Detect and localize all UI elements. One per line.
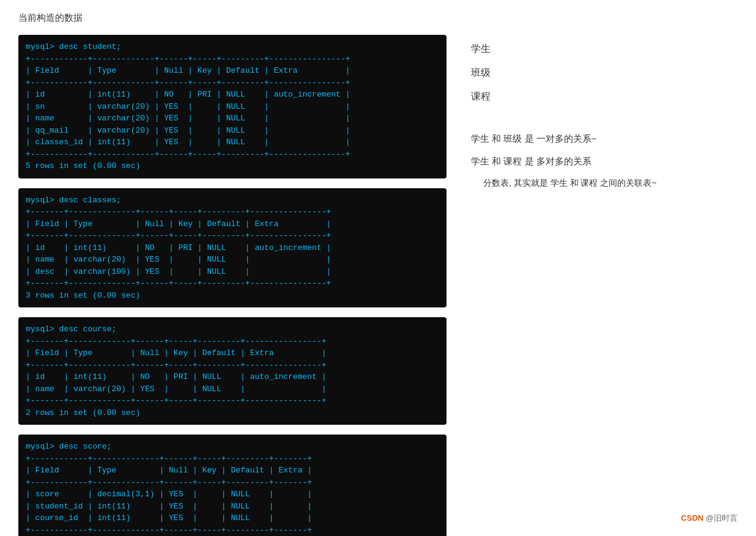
- right-column: 学生 班级 课程 学生 和 班级 是 一对多的关系~ 学生 和 课程 是 多对多…: [471, 35, 738, 536]
- class-label: 班级: [471, 62, 738, 83]
- student-label: 学生: [471, 38, 738, 59]
- page-title: 当前构造的数据: [18, 12, 738, 24]
- csdn-footer: CSDN @旧时言: [681, 513, 738, 524]
- relation-score-table: 分数表, 其实就是 学生 和 课程 之间的关联表~: [471, 174, 738, 193]
- csdn-brand: CSDN: [681, 513, 703, 523]
- left-column: mysql> desc student; +------------+-----…: [18, 35, 447, 536]
- relation-one-to-many: 学生 和 班级 是 一对多的关系~: [471, 128, 738, 149]
- terminal-course: mysql> desc course; +-------+-----------…: [18, 317, 447, 425]
- main-layout: mysql> desc student; +------------+-----…: [18, 35, 738, 536]
- terminal-score: mysql> desc score; +------------+-------…: [18, 435, 447, 536]
- csdn-author: @旧时言: [706, 513, 738, 523]
- course-label: 课程: [471, 86, 738, 107]
- terminal-classes: mysql> desc classes; +-------+----------…: [18, 188, 447, 308]
- relation-many-to-many: 学生 和 课程 是 多对多的关系: [471, 151, 738, 171]
- terminal-student: mysql> desc student; +------------+-----…: [18, 35, 447, 178]
